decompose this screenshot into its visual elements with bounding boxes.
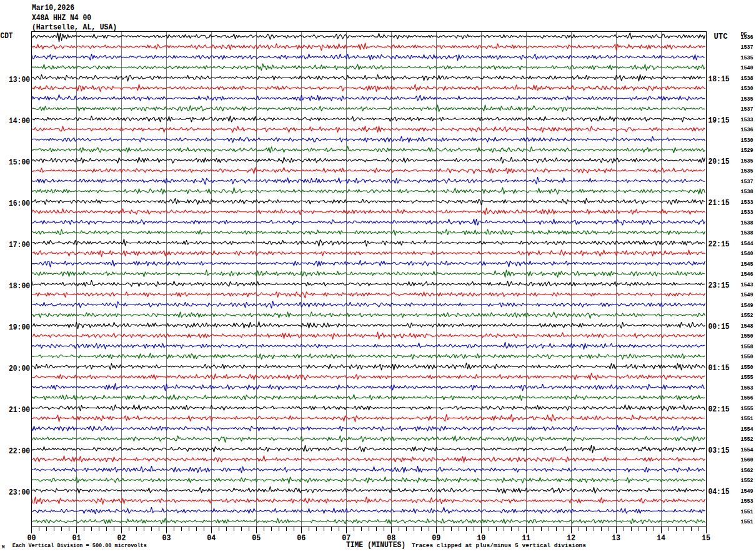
svg-text:1533: 1533 <box>741 199 754 206</box>
svg-text:14:00: 14:00 <box>9 117 30 126</box>
svg-text:14: 14 <box>657 534 665 543</box>
svg-text:(Hartselle, AL, USA): (Hartselle, AL, USA) <box>32 23 117 32</box>
svg-text:18:00: 18:00 <box>9 282 30 291</box>
svg-text:1554: 1554 <box>741 426 754 433</box>
svg-text:19:00: 19:00 <box>9 323 30 332</box>
svg-text:12: 12 <box>567 534 575 543</box>
svg-text:17:00: 17:00 <box>9 241 30 249</box>
svg-text:09: 09 <box>432 534 440 543</box>
svg-text:CDT: CDT <box>1 32 13 41</box>
svg-text:1537: 1537 <box>741 106 754 113</box>
svg-text:1535: 1535 <box>741 55 754 61</box>
svg-text:M: M <box>2 545 5 550</box>
svg-text:TIME (MINUTES): TIME (MINUTES) <box>346 541 405 550</box>
svg-text:03: 03 <box>162 534 171 543</box>
svg-text:19:15: 19:15 <box>709 116 730 125</box>
svg-text:Each Vertical Division = 500.: Each Vertical Division = 500.00 microvol… <box>12 542 147 549</box>
svg-text:1554: 1554 <box>741 447 754 453</box>
svg-text:1558: 1558 <box>741 344 754 350</box>
svg-text:20:00: 20:00 <box>9 365 30 373</box>
svg-text:1530: 1530 <box>741 86 754 92</box>
svg-text:1556: 1556 <box>741 395 754 401</box>
svg-text:1538: 1538 <box>741 76 754 82</box>
svg-text:1550: 1550 <box>741 365 754 371</box>
svg-text:1543: 1543 <box>741 282 754 288</box>
svg-text:1536: 1536 <box>741 34 754 41</box>
svg-text:1549: 1549 <box>741 292 754 298</box>
svg-text:1551: 1551 <box>741 509 754 515</box>
svg-text:1535: 1535 <box>741 96 754 103</box>
svg-text:1538: 1538 <box>741 230 754 236</box>
svg-text:18:15: 18:15 <box>709 75 730 84</box>
svg-text:1540: 1540 <box>741 65 754 71</box>
svg-text:1535: 1535 <box>741 168 754 174</box>
svg-text:1551: 1551 <box>741 519 754 525</box>
svg-text:1533: 1533 <box>741 117 754 123</box>
svg-text:01:15: 01:15 <box>709 364 730 373</box>
svg-text:1550: 1550 <box>741 354 754 360</box>
svg-text:00: 00 <box>27 534 36 543</box>
svg-text:1551: 1551 <box>741 416 754 422</box>
svg-text:23:00: 23:00 <box>9 488 30 497</box>
svg-text:1549: 1549 <box>741 303 754 309</box>
svg-text:Traces clipped at plus/minus 5: Traces clipped at plus/minus 5 vertical … <box>412 542 586 549</box>
svg-text:1546: 1546 <box>741 271 754 278</box>
svg-text:00:15: 00:15 <box>709 323 730 331</box>
svg-text:1549: 1549 <box>741 488 754 495</box>
svg-text:21:00: 21:00 <box>9 406 30 415</box>
svg-text:1552: 1552 <box>741 436 754 443</box>
svg-text:22:00: 22:00 <box>9 447 30 456</box>
svg-text:04:15: 04:15 <box>709 488 730 496</box>
svg-text:1538: 1538 <box>741 189 754 195</box>
svg-text:21:15: 21:15 <box>709 199 730 208</box>
svg-text:1560: 1560 <box>741 457 754 463</box>
svg-text:1535: 1535 <box>741 158 754 164</box>
svg-text:1533: 1533 <box>741 209 754 216</box>
svg-text:20:15: 20:15 <box>709 158 730 166</box>
svg-text:16:00: 16:00 <box>9 199 30 208</box>
svg-text:15: 15 <box>702 534 710 543</box>
svg-text:1544: 1544 <box>741 241 754 247</box>
svg-text:1537: 1537 <box>741 44 754 51</box>
svg-text:10: 10 <box>477 534 485 543</box>
svg-text:11: 11 <box>522 534 530 543</box>
svg-text:23:15: 23:15 <box>709 281 730 290</box>
svg-text:1540: 1540 <box>741 251 754 257</box>
svg-text:1555: 1555 <box>741 406 754 412</box>
svg-text:Mar10,2026: Mar10,2026 <box>32 4 74 13</box>
svg-text:1545: 1545 <box>741 261 754 268</box>
svg-text:1529: 1529 <box>741 148 754 154</box>
svg-text:06: 06 <box>297 534 306 543</box>
svg-text:UTC: UTC <box>714 33 728 41</box>
svg-text:1548: 1548 <box>741 323 754 330</box>
svg-text:01: 01 <box>72 534 81 543</box>
svg-text:1530: 1530 <box>741 138 754 144</box>
svg-text:1552: 1552 <box>741 478 754 484</box>
svg-text:1550: 1550 <box>741 333 754 340</box>
svg-text:13: 13 <box>612 534 620 543</box>
svg-text:15:00: 15:00 <box>9 158 30 167</box>
svg-text:1552: 1552 <box>741 313 754 319</box>
svg-text:13:00: 13:00 <box>9 76 30 84</box>
svg-text:1537: 1537 <box>741 179 754 185</box>
svg-text:02: 02 <box>117 534 126 543</box>
svg-text:1536: 1536 <box>741 127 754 133</box>
svg-text:03:15: 03:15 <box>709 446 730 455</box>
svg-text:22:15: 22:15 <box>709 240 730 249</box>
svg-text:1562: 1562 <box>741 468 754 474</box>
svg-text:02:15: 02:15 <box>709 405 730 414</box>
svg-text:04: 04 <box>207 534 216 543</box>
svg-text:1553: 1553 <box>741 498 754 505</box>
svg-text:1553: 1553 <box>741 385 754 391</box>
svg-text:05: 05 <box>252 534 261 543</box>
svg-text:X48A HHZ N4 00: X48A HHZ N4 00 <box>32 14 91 23</box>
svg-text:1538: 1538 <box>741 220 754 226</box>
svg-text:1555: 1555 <box>741 375 754 381</box>
